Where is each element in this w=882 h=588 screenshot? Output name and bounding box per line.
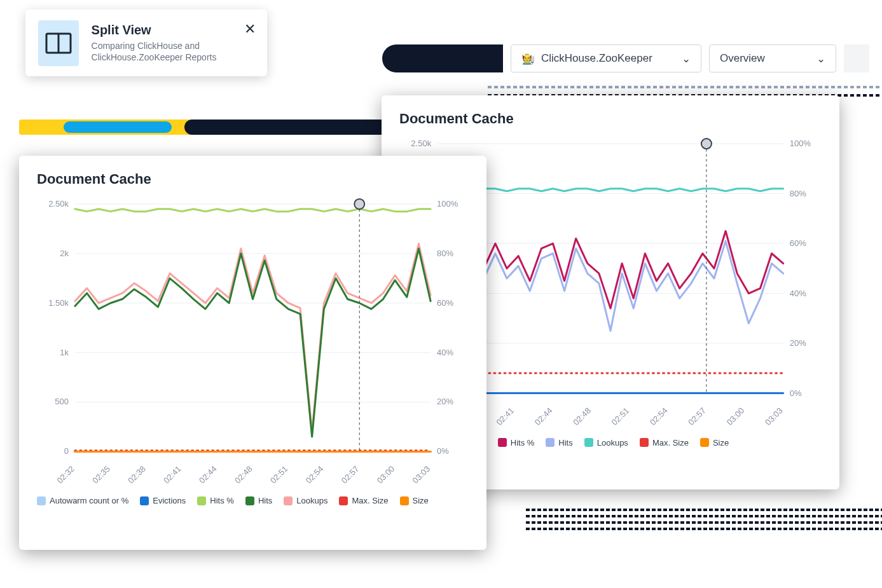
svg-text:03:03: 03:03: [763, 406, 785, 427]
chart-plot[interactable]: 00%50020%1k40%1.50k60%2k80%2.50k100%02:3…: [37, 191, 469, 489]
topbar-right: 🧑‍🌾 ClickHouse.ZooKeeper ⌄ Overview ⌄: [382, 44, 869, 72]
legend-item-hits[interactable]: Hits: [245, 496, 272, 505]
toast-subtitle: Comparing ClickHouse and ClickHouse.ZooK…: [92, 40, 254, 63]
legend-item-size[interactable]: Size: [700, 438, 729, 448]
svg-text:02:44: 02:44: [533, 406, 555, 427]
svg-text:60%: 60%: [790, 238, 807, 248]
svg-text:02:41: 02:41: [162, 464, 183, 486]
svg-text:2.50k: 2.50k: [411, 139, 431, 148]
svg-text:0: 0: [64, 446, 69, 456]
chevron-down-icon: ⌄: [817, 52, 825, 65]
legend-item-evict[interactable]: Evictions: [140, 496, 186, 505]
decorative-stripe: [526, 515, 882, 517]
svg-text:20%: 20%: [790, 338, 807, 348]
decorative-stripe: [526, 528, 882, 530]
decorative-stripe: [526, 521, 882, 524]
svg-text:02:57: 02:57: [340, 464, 361, 486]
svg-text:100%: 100%: [437, 199, 458, 209]
legend-label: Hits: [258, 496, 272, 505]
svg-text:02:54: 02:54: [304, 464, 326, 486]
legend-swatch: [339, 496, 348, 505]
chevron-down-icon: ⌄: [682, 52, 691, 65]
svg-text:03:03: 03:03: [411, 464, 432, 486]
decorative-stripe: [526, 509, 882, 511]
legend-swatch: [700, 438, 709, 447]
chart-title: Document Cache: [382, 95, 839, 131]
legend-swatch: [284, 496, 293, 505]
legend-swatch: [140, 496, 149, 505]
chart-title: Document Cache: [19, 156, 486, 191]
svg-text:02:48: 02:48: [233, 464, 254, 486]
svg-text:60%: 60%: [437, 298, 453, 308]
legend-label: Max. Size: [652, 438, 689, 448]
svg-text:03:00: 03:00: [375, 464, 397, 486]
legend-item-max[interactable]: Max. Size: [640, 438, 689, 448]
svg-text:03:00: 03:00: [725, 406, 747, 427]
datasource-label: ClickHouse.ZooKeeper: [541, 52, 652, 65]
legend-label: Hits %: [511, 438, 535, 448]
view-label: Overview: [720, 52, 765, 65]
legend-swatch: [37, 496, 46, 505]
svg-text:0%: 0%: [790, 388, 802, 398]
svg-text:02:38: 02:38: [126, 464, 148, 486]
svg-text:80%: 80%: [790, 189, 807, 198]
legend-label: Hits %: [210, 496, 234, 505]
svg-text:02:44: 02:44: [197, 464, 219, 486]
svg-text:1.50k: 1.50k: [48, 298, 69, 308]
legend-swatch: [584, 438, 593, 447]
legend-label: Lookups: [597, 438, 628, 448]
svg-text:2.50k: 2.50k: [48, 199, 69, 209]
legend-swatch: [640, 438, 649, 447]
decorative-pill: [382, 44, 503, 72]
legend-item-hitsP[interactable]: Hits %: [498, 438, 535, 448]
legend-item-hitsP[interactable]: Hits %: [197, 496, 234, 505]
legend-label: Max. Size: [352, 496, 388, 505]
legend-label: Size: [713, 438, 729, 448]
legend-label: Size: [413, 496, 429, 505]
svg-text:02:32: 02:32: [55, 464, 76, 486]
legend-swatch: [245, 496, 254, 505]
legend-swatch: [498, 438, 507, 447]
legend-label: Autowarm count or %: [50, 496, 128, 505]
svg-text:02:41: 02:41: [494, 406, 516, 427]
legend-label: Evictions: [153, 496, 186, 505]
toast-title: Split View: [92, 23, 254, 38]
svg-text:2k: 2k: [60, 249, 69, 258]
legend-item-look[interactable]: Lookups: [584, 438, 628, 448]
split-view-toast: Split View Comparing ClickHouse and Clic…: [25, 10, 267, 76]
chart-legend: Autowarm count or %EvictionsHits %HitsLo…: [19, 489, 486, 518]
legend-item-autowarm[interactable]: Autowarm count or %: [37, 496, 128, 505]
svg-text:02:54: 02:54: [648, 406, 670, 427]
legend-item-look[interactable]: Lookups: [284, 496, 327, 505]
svg-text:0%: 0%: [437, 446, 449, 456]
svg-text:02:51: 02:51: [610, 406, 631, 427]
svg-text:02:51: 02:51: [268, 464, 290, 486]
legend-label: Hits: [558, 438, 572, 448]
svg-text:02:57: 02:57: [686, 406, 708, 427]
svg-text:1k: 1k: [60, 348, 69, 357]
legend-item-size[interactable]: Size: [400, 496, 429, 505]
zookeeper-icon: 🧑‍🌾: [521, 52, 535, 65]
svg-text:500: 500: [55, 397, 69, 406]
decorative-bar: [64, 121, 172, 133]
svg-text:40%: 40%: [790, 289, 807, 298]
decorative-stripe: [488, 86, 882, 88]
svg-text:20%: 20%: [437, 397, 453, 406]
svg-text:02:35: 02:35: [90, 464, 112, 486]
topbar-trailing: [844, 44, 869, 72]
svg-text:02:48: 02:48: [571, 406, 593, 427]
legend-label: Lookups: [296, 496, 327, 505]
svg-point-57: [354, 199, 364, 209]
legend-swatch: [400, 496, 409, 505]
svg-text:40%: 40%: [437, 348, 453, 357]
legend-item-max[interactable]: Max. Size: [339, 496, 388, 505]
svg-text:100%: 100%: [790, 139, 811, 148]
close-icon[interactable]: ✕: [244, 21, 256, 38]
chart-card-left: Document Cache 00%50020%1k40%1.50k60%2k8…: [19, 156, 486, 550]
svg-point-26: [701, 139, 712, 149]
view-dropdown[interactable]: Overview ⌄: [709, 44, 836, 72]
legend-swatch: [197, 496, 206, 505]
legend-swatch: [546, 438, 555, 447]
legend-item-hits[interactable]: Hits: [546, 438, 572, 448]
datasource-dropdown[interactable]: 🧑‍🌾 ClickHouse.ZooKeeper ⌄: [511, 44, 701, 72]
